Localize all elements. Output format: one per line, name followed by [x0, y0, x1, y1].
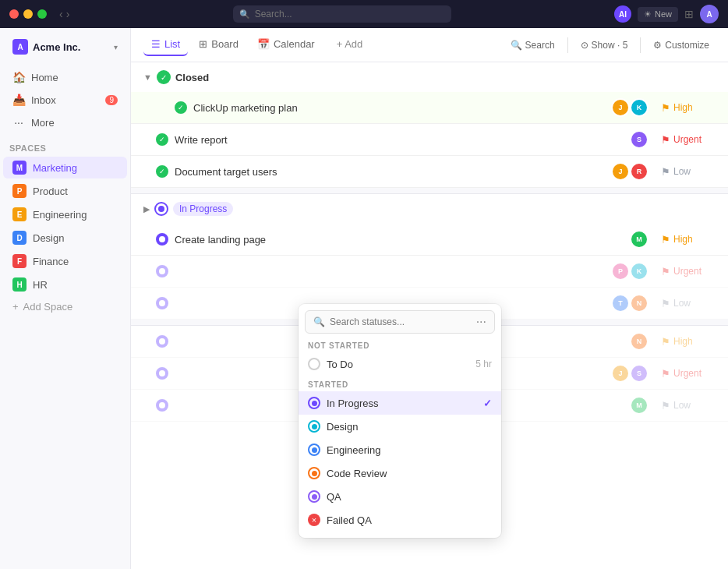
add-space-button[interactable]: + Add Space — [3, 297, 127, 316]
sidebar-item-hr[interactable]: H HR — [3, 274, 127, 295]
priority-label: Urgent — [673, 134, 701, 145]
dropdown-search-icon: 🔍 — [313, 316, 325, 327]
titlebar-right: AI ☀ New ⊞ A — [614, 5, 719, 23]
task-row[interactable]: ⠿ ✓ ClickUp marketing plan J K ⚑ High — [131, 92, 728, 124]
sidebar-item-home[interactable]: 🏠 Home — [3, 66, 127, 88]
grid-icon[interactable]: ⊞ — [684, 8, 694, 20]
priority-flag: ⚑ High — [661, 234, 716, 246]
design-dot — [312, 424, 317, 429]
priority-flag: ⚑ Urgent — [661, 368, 716, 380]
workspace-header[interactable]: A Acme Inc. ▾ — [3, 34, 127, 59]
dropdown-item-failedqa[interactable]: Failed QA — [299, 508, 501, 532]
header-actions: 🔍 Search ⊙ Show · 5 ⚙ Customize — [504, 37, 716, 54]
user-avatar[interactable]: A — [700, 5, 719, 23]
task-avatars: S — [630, 130, 648, 149]
task-status-icon: ✓ — [175, 101, 187, 114]
priority-flag: ⚑ Low — [661, 298, 716, 309]
dropdown-item-qa[interactable]: QA — [299, 485, 501, 508]
hr-space-icon: H — [12, 277, 27, 292]
dropdown-item-design[interactable]: Design — [299, 415, 501, 438]
flag-icon: ⚑ — [661, 234, 670, 246]
sidebar-item-finance[interactable]: F Finance — [3, 250, 127, 272]
task-row[interactable]: Create landing page M ⚑ High — [131, 224, 728, 256]
avatar: K — [630, 262, 648, 281]
hr-label: HR — [33, 279, 48, 291]
todo-status-icon — [308, 358, 320, 370]
finance-space-icon: F — [12, 254, 27, 268]
task-row[interactable]: P K ⚑ Urgent — [131, 256, 728, 288]
design-label: Design — [327, 421, 358, 433]
avatar: R — [630, 162, 648, 181]
customize-icon: ⚙ — [653, 40, 662, 51]
inprogress-inner-dot — [158, 206, 164, 212]
show-button[interactable]: ⊙ Show · 5 — [574, 37, 634, 54]
dropdown-item-engineering[interactable]: Engineering — [299, 438, 501, 461]
sidebar-item-more[interactable]: ··· More — [3, 111, 127, 133]
divider — [567, 37, 568, 53]
dropdown-item-todo[interactable]: To Do 5 hr — [299, 352, 501, 376]
dropdown-search-input[interactable] — [330, 316, 472, 327]
sidebar-item-design[interactable]: D Design — [3, 227, 127, 249]
add-space-label: Add Space — [23, 301, 73, 313]
priority-label: Urgent — [673, 266, 701, 277]
close-dot[interactable] — [9, 9, 19, 19]
flag-icon: ⚑ — [661, 166, 670, 178]
task-row[interactable]: ✓ Write report S ⚑ Urgent — [131, 124, 728, 156]
customize-button[interactable]: ⚙ Customize — [647, 37, 716, 54]
sidebar-item-inbox[interactable]: 📥 Inbox 9 — [3, 89, 127, 111]
dropdown-more-icon[interactable]: ··· — [476, 316, 486, 328]
dropdown-item-codereview[interactable]: Code Review — [299, 461, 501, 485]
priority-flag: ⚑ Low — [661, 400, 716, 412]
task-status-icon: ✓ — [156, 165, 168, 178]
check-icon: ✓ — [178, 104, 184, 111]
search-button[interactable]: 🔍 Search — [504, 37, 561, 54]
task-name: ClickUp marketing plan — [193, 102, 605, 114]
flag-icon: ⚑ — [661, 298, 670, 309]
add-tab-label: + Add — [337, 38, 363, 50]
minimize-dot[interactable] — [23, 9, 33, 19]
add-space-icon: + — [12, 301, 19, 313]
qa-status-icon — [308, 490, 320, 503]
new-button[interactable]: ☀ New — [638, 7, 678, 22]
flag-icon: ⚑ — [661, 368, 670, 380]
show-icon: ⊙ — [581, 40, 588, 51]
avatar: K — [630, 98, 648, 117]
maximize-dot[interactable] — [37, 9, 47, 19]
tab-list[interactable]: ☰ List — [143, 34, 188, 56]
sidebar-item-marketing[interactable]: M Marketing — [3, 157, 127, 178]
closed-chevron-icon: ▼ — [143, 72, 152, 82]
sidebar-item-product[interactable]: P Product — [3, 180, 127, 202]
task-status-icon — [156, 367, 168, 380]
check-icon: ✓ — [159, 168, 165, 175]
tab-calendar[interactable]: 📅 Calendar — [249, 34, 323, 56]
priority-label: Urgent — [673, 368, 701, 379]
spaces-label: Spaces — [0, 137, 130, 156]
task-row[interactable]: ✓ Document target users J R ⚑ Low — [131, 156, 728, 188]
failedqa-label: Failed QA — [327, 514, 372, 526]
tab-calendar-label: Calendar — [274, 38, 315, 50]
design-status-icon — [308, 420, 320, 433]
todo-label: To Do — [327, 359, 353, 370]
status-dropdown: 🔍 ··· NOT STARTED To Do 5 hr STARTED In … — [299, 304, 501, 538]
back-arrow-icon[interactable]: ‹ — [59, 8, 63, 20]
ai-badge[interactable]: AI — [614, 5, 631, 23]
inprogress-dot — [159, 300, 165, 306]
sidebar-item-inbox-label: Inbox — [31, 94, 56, 106]
tab-board[interactable]: ⊞ Board — [191, 34, 246, 56]
task-avatars: M — [630, 230, 648, 249]
avatar: S — [630, 364, 648, 383]
flag-icon: ⚑ — [661, 134, 670, 146]
closed-section-header[interactable]: ▼ ✓ Closed — [131, 62, 728, 92]
inprogress-dot — [159, 402, 165, 408]
add-tab-button[interactable]: + Add — [329, 34, 371, 56]
dropdown-item-inprogress[interactable]: In Progress ✓ — [299, 391, 501, 415]
forward-arrow-icon[interactable]: › — [66, 8, 70, 20]
inprogress-section-header[interactable]: ▶ In Progress — [131, 194, 728, 224]
workspace-name: Acme Inc. — [33, 41, 80, 53]
engineering-status-icon — [308, 444, 320, 456]
sidebar-item-engineering[interactable]: E Engineering — [3, 203, 127, 225]
titlebar-search-input[interactable] — [233, 5, 451, 23]
task-name: Write report — [175, 134, 624, 146]
sidebar: A Acme Inc. ▾ 🏠 Home 📥 Inbox 9 ··· More … — [0, 28, 131, 569]
task-status-icon — [156, 265, 168, 277]
